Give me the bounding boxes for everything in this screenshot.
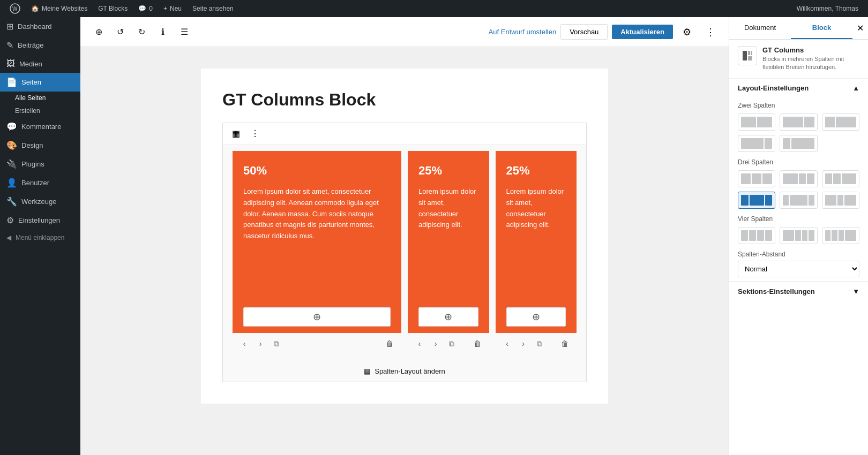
layout-66-33[interactable] [780,113,817,131]
sidebar-item-beitraege[interactable]: ✎ Beiträge [0,36,80,55]
admin-bar-comments[interactable]: 💬 0 [133,0,158,17]
admin-bar-logo[interactable]: W [4,0,26,17]
sidebar-item-seiten[interactable]: 📄 Seiten [0,73,80,92]
drei-spalten-label: Drei Spalten [738,158,859,166]
sidebar-item-einstellungen[interactable]: ⚙ Einstellungen [0,211,80,230]
column-2: 25% Lorem ipsum dolor sit amet, consecte… [405,151,492,354]
beitraege-icon: ✎ [6,40,13,50]
layout-25-75[interactable] [780,135,817,152]
admin-bar-view-page[interactable]: Seite ansehen [187,0,239,17]
right-panel: Dokument Block ✕ GT Columns Blocks [729,17,868,455]
column-3-delete-button[interactable]: 🗑 [557,336,572,351]
column-2-card: 25% Lorem ipsum dolor sit amet, consecte… [408,151,489,333]
admin-bar-new[interactable]: + Neu [158,0,187,17]
collapse-icon: ◀ [6,234,11,241]
update-button[interactable]: Aktualisieren [612,25,673,39]
column-1-pct: 50% [243,164,391,178]
sidebar-item-dashboard[interactable]: ⊞ Dashboard [0,17,80,36]
column-3-pct: 25% [506,164,566,178]
column-2-copy-button[interactable]: ⧉ [444,336,459,351]
sidebar-item-werkzeuge[interactable]: 🔧 Werkzeuge [0,192,80,211]
layout-40-20-40[interactable] [822,192,859,209]
layout-50-50[interactable] [738,113,775,131]
editor-area: ⊕ ↺ ↻ ℹ ☰ Auf Entwurf umstellen Vorschau [80,17,729,455]
more-options-button[interactable]: ⋮ [701,22,720,42]
page-title: GT Columns Block [222,90,587,110]
admin-bar-my-sites[interactable]: 🏠 Meine Websites [26,0,93,17]
chevron-up-icon: ▲ [852,84,859,92]
redo-button[interactable]: ↻ [132,22,151,42]
column-1-prev-button[interactable]: ‹ [237,336,252,351]
layout-33-66[interactable] [822,113,859,131]
settings-button[interactable]: ⚙ [677,22,697,42]
panel-close-button[interactable]: ✕ [852,19,868,37]
sidebar-sub-alle-seiten[interactable]: Alle Seiten [0,92,80,104]
benutzer-icon: 👤 [6,178,17,188]
admin-bar-gt-blocks[interactable]: GT Blocks [93,0,133,17]
nav-icon: ☰ [181,27,188,37]
layout-25-25-50[interactable] [822,170,859,187]
layout-33-33-33[interactable] [738,170,775,187]
column-3-prev-button[interactable]: ‹ [500,336,515,351]
panel-tab-bar: Dokument Block ✕ [729,17,868,40]
column-3-add-button[interactable]: ⊕ [506,307,566,327]
layout-40-20-20-20[interactable] [780,227,817,244]
column-1-copy-button[interactable]: ⧉ [269,336,284,351]
columns-block: ▦ ⋮ 50% Lorem ipsum dolor sit amet, cons [222,123,587,382]
drei-spalten-grid [738,170,859,209]
column-2-prev-button[interactable]: ‹ [412,336,427,351]
info-icon: ℹ [161,27,164,37]
sidebar-sub-erstellen[interactable]: Erstellen [0,104,80,117]
layout-25-50-25[interactable] [738,192,775,209]
toolbar-right: Auf Entwurf umstellen Vorschau Aktualisi… [489,22,720,42]
layout-75-25[interactable] [738,135,775,152]
column-2-next-button[interactable]: › [428,336,443,351]
column-3-next-button[interactable]: › [516,336,531,351]
info-button[interactable]: ℹ [153,22,173,42]
sektions-settings-toggle[interactable]: Sektions-Einstellungen ▼ [729,282,868,301]
admin-bar-user: Willkommen, Thomas [791,5,864,12]
column-1-next-button[interactable]: › [253,336,268,351]
block-grid-button[interactable]: ▦ [227,125,244,142]
column-3-copy-button[interactable]: ⧉ [532,336,547,351]
block-more-button[interactable]: ⋮ [246,125,264,142]
change-layout-button[interactable]: ▦ Spalten-Layout ändern [223,361,586,382]
design-icon: 🎨 [6,140,17,150]
columns-container: 50% Lorem ipsum dolor sit amet, consecte… [223,145,586,361]
layout-20-60-20[interactable] [780,192,817,209]
block-more-icon: ⋮ [251,128,259,139]
block-nav-button[interactable]: ☰ [175,22,194,42]
sidebar-item-plugins[interactable]: 🔌 Plugins [0,155,80,173]
layout-20-20-20-40[interactable] [822,227,859,244]
column-1-add-button[interactable]: ⊕ [243,307,391,327]
dashboard-icon: ⊞ [6,21,13,32]
sidebar-item-kommentare[interactable]: 💬 Kommentare [0,117,80,136]
abstand-select[interactable]: Normal Klein Groß Kein [738,261,859,277]
preview-button[interactable]: Vorschau [560,24,608,40]
column-2-delete-button[interactable]: 🗑 [470,336,485,351]
sidebar-item-medien[interactable]: 🖼 Medien [0,55,80,73]
add-block-button[interactable]: ⊕ [89,22,108,42]
sidebar-item-benutzer[interactable]: 👤 Benutzer [0,173,80,192]
sidebar-collapse[interactable]: ◀ Menü einklappen [0,230,80,246]
layout-25-25-25-25[interactable] [738,227,775,244]
draft-button[interactable]: Auf Entwurf umstellen [489,28,556,36]
redo-icon: ↻ [138,27,145,37]
sidebar-item-design[interactable]: 🎨 Design [0,136,80,155]
seiten-icon: 📄 [6,77,17,87]
tab-block[interactable]: Block [791,17,852,39]
column-1: 50% Lorem ipsum dolor sit amet, consecte… [229,151,405,354]
undo-icon: ↺ [117,27,124,37]
layout-section-toggle[interactable]: Layout-Einstellungen ▲ [729,79,868,97]
column-3-text: Lorem ipsum dolor sit amet, consectetuer… [506,186,566,299]
column-1-card: 50% Lorem ipsum dolor sit amet, consecte… [233,151,401,333]
grid-icon: ▦ [232,128,240,139]
layout-50-25-25[interactable] [780,170,817,187]
column-3-card: 25% Lorem ipsum dolor sit amet, consecte… [496,151,577,333]
column-2-add-button[interactable]: ⊕ [418,307,478,327]
tab-dokument[interactable]: Dokument [729,17,791,39]
undo-button[interactable]: ↺ [110,22,130,42]
change-layout-icon: ▦ [364,367,370,375]
column-3: 25% Lorem ipsum dolor sit amet, consecte… [492,151,580,354]
column-1-delete-button[interactable]: 🗑 [382,336,397,351]
